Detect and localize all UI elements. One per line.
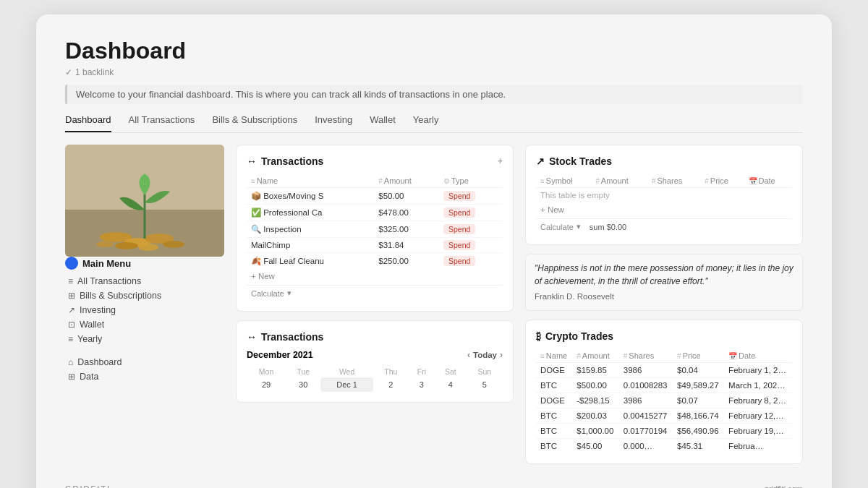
stock-trades-empty: This table is empty [536, 188, 792, 202]
page-title: Dashboard [65, 38, 803, 64]
transactions-icon: ↔ [247, 155, 257, 167]
brand-right: gridfiti.com [765, 484, 803, 488]
backlink: ✓ 1 backlink [65, 67, 803, 77]
transactions-section: ↔ Transactions + ≡Name #Amount ⚙Type [236, 145, 514, 312]
stock-calculate-row: Calculate ▾ sum $0.00 [536, 218, 792, 234]
transactions-add-new-button[interactable]: + New [247, 269, 503, 283]
quote-box: "Happiness is not in the mere possession… [525, 254, 803, 311]
table-row: DOGE -$298.15 3986 $0.07 February 8, 2… [536, 393, 792, 408]
main-menu-label: Main Menu [65, 257, 224, 270]
crypto-trades-title: ₿ Crypto Trades [536, 330, 792, 342]
stock-trades-title: ↗ Stock Trades [536, 155, 792, 167]
row-icon: 🔍 [251, 225, 261, 234]
calendar-section-icon: ↔ [247, 331, 257, 343]
table-row: MailChimp $31.84 Spend [247, 238, 503, 253]
svg-point-6 [138, 244, 158, 251]
plant-image [65, 145, 224, 257]
calendar-header: December 2021 ‹ Today › [247, 350, 503, 360]
wallet-icon: ⊡ [68, 320, 75, 330]
calendar-icon: ≡ [68, 334, 73, 344]
svg-point-5 [115, 242, 138, 249]
calendar-today-nav: ‹ Today › [467, 350, 503, 360]
grid-icon: ⊞ [68, 291, 75, 301]
calendar-grid: Mon Tue Wed Thu Fri Sat Sun 29 30 [247, 366, 503, 392]
sidebar-item-yearly[interactable]: ≡ Yearly [65, 332, 224, 346]
svg-point-8 [163, 241, 184, 248]
footer: GRIDFITI gridfiti.com [65, 477, 803, 488]
cal-day[interactable]: 4 [435, 377, 467, 392]
tab-wallet[interactable]: Wallet [370, 114, 396, 132]
spend-badge: Spend [443, 224, 475, 234]
sidebar-item-bills[interactable]: ⊞ Bills & Subscriptions [65, 288, 224, 303]
crypto-trades-table: ≡Name #Amount #Shares #Price 📅Date DOGE … [536, 349, 792, 453]
row-icon: ✅ [251, 208, 261, 217]
tab-yearly[interactable]: Yearly [413, 114, 439, 132]
table-row: DOGE $159.85 3986 $0.04 February 1, 2… [536, 363, 792, 378]
tab-bar: Dashboard All Transactions Bills & Subsc… [65, 114, 803, 133]
stock-trades-section: ↗ Stock Trades ≡Symbol #Amount #Shares #… [525, 145, 803, 245]
trend-icon: ↗ [68, 305, 75, 315]
spend-badge: Spend [443, 191, 475, 201]
transactions-title: ↔ Transactions + [247, 155, 503, 167]
spend-badge: Spend [443, 256, 475, 266]
row-icon: 📦 [251, 192, 261, 200]
menu-dot-icon [65, 257, 78, 270]
sidebar-item-investing[interactable]: ↗ Investing [65, 303, 224, 317]
cal-day[interactable]: Dec 1 [320, 377, 373, 392]
cal-prev-button[interactable]: ‹ [467, 350, 470, 360]
home-icon: ⌂ [68, 357, 73, 367]
stock-icon: ↗ [536, 155, 545, 167]
tab-all-transactions[interactable]: All Transactions [129, 114, 195, 132]
table-row: ✅ Professional Ca $478.00 Spend [247, 205, 503, 221]
cal-day[interactable]: 29 [247, 377, 286, 392]
checkmark-icon: ✓ [65, 67, 72, 77]
main-content: Main Menu ≡ All Transactions ⊞ Bills & S… [65, 145, 803, 464]
right-column: ↗ Stock Trades ≡Symbol #Amount #Shares #… [525, 145, 803, 464]
spend-badge: Spend [443, 240, 475, 250]
quote-text: "Happiness is not in the mere possession… [535, 262, 793, 288]
table-row: BTC $45.00 0.000… $45.31 Februa… [536, 439, 792, 454]
table-row: BTC $500.00 0.01008283 $49,589.27 March … [536, 378, 792, 393]
cal-day[interactable]: 2 [373, 377, 409, 392]
sidebar: Main Menu ≡ All Transactions ⊞ Bills & S… [65, 145, 224, 464]
crypto-trades-section: ₿ Crypto Trades ≡Name #Amount #Shares #P… [525, 320, 803, 464]
cal-day[interactable]: 30 [286, 377, 320, 392]
list-icon: ≡ [68, 276, 73, 286]
crypto-icon: ₿ [536, 330, 541, 342]
sidebar-item-dashboard[interactable]: ⌂ Dashboard [65, 355, 224, 369]
svg-point-7 [96, 241, 114, 247]
tab-investing[interactable]: Investing [315, 114, 352, 132]
table-row: 🔍 Inspection $325.00 Spend [247, 221, 503, 238]
middle-column: ↔ Transactions + ≡Name #Amount ⚙Type [236, 145, 514, 464]
data-icon: ⊞ [68, 372, 75, 382]
quote-author: Franklin D. Roosevelt [535, 291, 793, 303]
cal-next-button[interactable]: › [500, 350, 503, 360]
cal-day[interactable]: 3 [409, 377, 435, 392]
spend-badge: Spend [443, 207, 475, 218]
stock-trades-add-new-button[interactable]: + New [536, 202, 792, 217]
transactions-add-col-button[interactable]: + [498, 156, 503, 166]
table-row: 🍂 Fall Leaf Cleanu $250.00 Spend [247, 253, 503, 270]
tab-dashboard[interactable]: Dashboard [65, 114, 111, 132]
calendar-week-row: 29 30 Dec 1 2 3 4 5 [247, 377, 503, 392]
brand-left: GRIDFITI [65, 484, 111, 488]
sidebar-item-data[interactable]: ⊞ Data [65, 369, 224, 384]
table-row: BTC $200.03 0.00415277 $48,166.74 Februa… [536, 408, 792, 424]
calculate-row: Calculate ▾ [247, 285, 503, 301]
table-row: BTC $1,000.00 0.01770194 $56,490.96 Febr… [536, 424, 792, 439]
row-icon: 🍂 [251, 257, 261, 265]
stock-trades-table: ≡Symbol #Amount #Shares #Price 📅Date [536, 174, 792, 188]
cal-day[interactable]: 5 [467, 377, 503, 392]
transactions-table: ≡Name #Amount ⚙Type 📦 Boxes/Moving S $50… [247, 174, 503, 269]
table-row: 📦 Boxes/Moving S $50.00 Spend [247, 188, 503, 205]
sidebar-item-all-transactions[interactable]: ≡ All Transactions [65, 274, 224, 288]
tab-bills-subscriptions[interactable]: Bills & Subscriptions [212, 114, 297, 132]
sidebar-item-wallet[interactable]: ⊡ Wallet [65, 317, 224, 332]
calendar-section: ↔ Transactions December 2021 ‹ Today › M… [236, 320, 514, 403]
welcome-banner: Welcome to your financial dashboard. Thi… [65, 85, 803, 104]
calendar-title: ↔ Transactions [247, 331, 503, 343]
